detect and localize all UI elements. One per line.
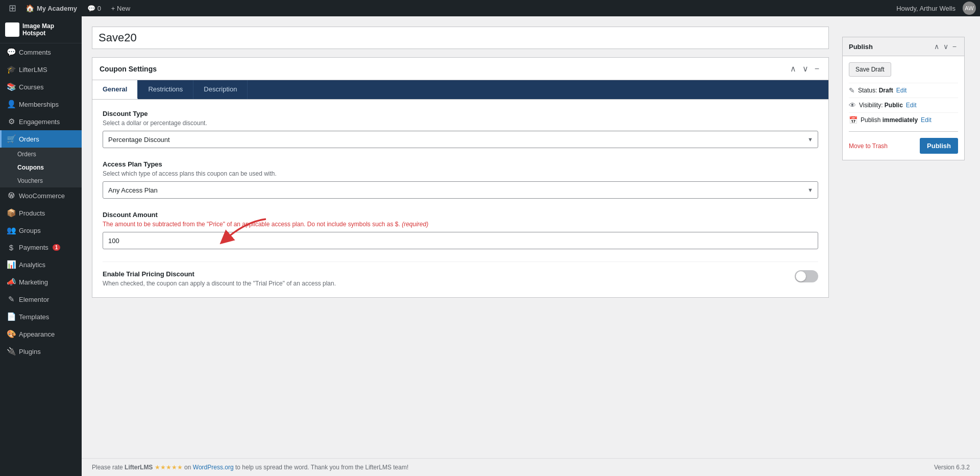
page-footer: Please rate LifterLMS ★★★★★ on WordPress… — [82, 458, 980, 476]
tab-restrictions[interactable]: Restrictions — [138, 80, 193, 99]
lifterlms-icon: 🎓 — [7, 65, 16, 74]
discount-amount-group: Discount Amount The amount to be subtrac… — [103, 211, 818, 249]
panel-collapse-down-btn[interactable]: ∨ — [800, 63, 811, 75]
publish-close-btn[interactable]: − — [951, 41, 958, 52]
sidebar-item-analytics[interactable]: 📊 Analytics — [0, 256, 82, 273]
admin-bar-comments[interactable]: 💬 0 — [82, 0, 106, 16]
content-area: Save20 Coupon Settings ∧ ∨ − — [82, 16, 980, 476]
brand-icon: ⊞ — [5, 22, 19, 37]
coupon-title: Save20 — [99, 31, 137, 44]
sidebar-submenu-orders-link[interactable]: Orders — [0, 148, 82, 161]
admin-bar-howdy: Howdy, Arthur Wells — [891, 5, 961, 12]
sidebar-item-engagements[interactable]: ⚙ Engagements — [0, 113, 82, 130]
publish-timing-row: 📅 Publish immediately Edit — [849, 112, 958, 127]
panel-close-btn[interactable]: − — [813, 63, 821, 75]
admin-bar-site[interactable]: 🏠 My Academy — [20, 0, 82, 16]
access-plan-label: Access Plan Types — [103, 160, 818, 168]
payments-icon: $ — [7, 243, 16, 252]
coupon-settings-panel: Coupon Settings ∧ ∨ − General — [92, 57, 829, 298]
footer-brand: LifterLMS — [125, 464, 153, 471]
discount-amount-input[interactable] — [103, 232, 818, 249]
content-inner: Save20 Coupon Settings ∧ ∨ − — [82, 16, 980, 458]
sidebar-item-appearance[interactable]: 🎨 Appearance — [0, 325, 82, 343]
sidebar-item-plugins[interactable]: 🔌 Plugins — [0, 343, 82, 360]
publish-timing-edit-link[interactable]: Edit — [921, 116, 932, 124]
tab-general[interactable]: General — [92, 80, 138, 99]
plugins-icon: 🔌 — [7, 347, 16, 356]
footer-wporg-link[interactable]: WordPress.org — [193, 464, 235, 471]
publish-header-controls: ∧ ∨ − — [933, 41, 958, 52]
footer-stars-icon: ★★★★★ — [155, 464, 183, 471]
publish-collapse-down-btn[interactable]: ∨ — [942, 41, 950, 52]
woocommerce-icon: Ⓦ — [7, 192, 16, 200]
discount-type-select-wrapper: Percentage Discount Dollar Discount ▼ — [103, 131, 818, 148]
status-icon: ✎ — [849, 86, 855, 94]
access-plan-types-group: Access Plan Types Select which type of a… — [103, 160, 818, 199]
access-plan-select-wrapper: Any Access Plan Recurring Access Plan On… — [103, 181, 818, 199]
publish-status-row: ✎ Status: Draft Edit — [849, 83, 958, 98]
publish-button[interactable]: Publish — [920, 138, 958, 154]
tab-description[interactable]: Description — [193, 80, 248, 99]
wp-logo-icon[interactable]: ⊞ — [4, 0, 20, 16]
coupon-title-box: Save20 — [92, 27, 829, 49]
panel-header: Coupon Settings ∧ ∨ − — [92, 58, 828, 80]
sidebar-item-memberships[interactable]: 👤 Memberships — [0, 96, 82, 113]
sidebar-item-lifterlms[interactable]: 🎓 LifterLMS — [0, 61, 82, 78]
panel-title: Coupon Settings — [100, 65, 157, 73]
calendar-icon: 📅 — [849, 116, 857, 124]
trial-pricing-label: Enable Trial Pricing Discount — [103, 270, 336, 278]
discount-type-group: Discount Type Select a dollar or percent… — [103, 110, 818, 148]
sidebar-brand: ⊞ Image Map Hotspot — [0, 16, 82, 43]
publish-collapse-up-btn[interactable]: ∧ — [933, 41, 941, 52]
sidebar-submenu-coupons-link[interactable]: Coupons — [0, 161, 82, 174]
groups-icon: 👥 — [7, 226, 16, 235]
sidebar-item-courses[interactable]: 📚 Courses — [0, 78, 82, 96]
publish-panel-header: Publish ∧ ∨ − — [843, 37, 964, 56]
sidebar-submenu-orders: Orders Coupons Vouchers — [0, 148, 82, 187]
trial-pricing-desc: When checked, the coupon can apply a dis… — [103, 280, 336, 287]
sidebar-item-marketing[interactable]: 📣 Marketing — [0, 273, 82, 291]
memberships-icon: 👤 — [7, 100, 16, 109]
sidebar-item-templates[interactable]: 📄 Templates — [0, 308, 82, 325]
trial-pricing-label-area: Enable Trial Pricing Discount When check… — [103, 270, 336, 287]
discount-type-label: Discount Type — [103, 110, 818, 117]
sidebar-item-comments[interactable]: 💬 Comments — [0, 43, 82, 61]
sidebar: ⊞ Image Map Hotspot 💬 Comments 🎓 LifterL… — [0, 16, 82, 476]
discount-amount-desc: The amount to be subtracted from the "Pr… — [103, 221, 818, 228]
trial-pricing-toggle-row: Enable Trial Pricing Discount When check… — [103, 261, 818, 287]
publish-panel-body: Save Draft ✎ Status: Draft Edit — [843, 56, 964, 160]
access-plan-desc: Select which type of access plans this c… — [103, 170, 818, 177]
avatar[interactable]: AW — [963, 2, 976, 15]
marketing-icon: 📣 — [7, 277, 16, 287]
panel-controls: ∧ ∨ − — [788, 63, 821, 75]
panel-collapse-up-btn[interactable]: ∧ — [788, 63, 798, 75]
sidebar-item-products[interactable]: 📦 Products — [0, 204, 82, 222]
sidebar-item-orders[interactable]: 🛒 Orders — [0, 130, 82, 148]
discount-type-desc: Select a dollar or percentage discount. — [103, 120, 818, 127]
publish-visibility-row: 👁 Visibility: Public Edit — [849, 98, 958, 112]
status-edit-link[interactable]: Edit — [896, 87, 907, 94]
sidebar-item-woocommerce[interactable]: Ⓦ WooCommerce — [0, 187, 82, 204]
sidebar-item-payments[interactable]: $ Payments 1 — [0, 239, 82, 256]
access-plan-select[interactable]: Any Access Plan Recurring Access Plan On… — [103, 181, 818, 199]
toggle-track — [795, 270, 818, 282]
tabs-bar: General Restrictions Description — [92, 80, 828, 100]
discount-type-select[interactable]: Percentage Discount Dollar Discount — [103, 131, 818, 148]
move-to-trash-link[interactable]: Move to Trash — [849, 142, 888, 150]
sidebar-item-elementor[interactable]: ✎ Elementor — [0, 291, 82, 308]
visibility-edit-link[interactable]: Edit — [906, 102, 917, 109]
discount-amount-input-row — [103, 232, 818, 249]
sidebar-submenu-vouchers-link[interactable]: Vouchers — [0, 174, 82, 187]
home-icon: 🏠 — [26, 4, 34, 12]
trial-pricing-toggle[interactable] — [795, 270, 818, 282]
comments-icon: 💬 — [7, 47, 16, 57]
admin-bar-new[interactable]: + New — [106, 0, 135, 16]
footer-rate-text: Please rate LifterLMS ★★★★★ on WordPress… — [92, 464, 408, 471]
sidebar-item-groups[interactable]: 👥 Groups — [0, 222, 82, 239]
save-draft-button[interactable]: Save Draft — [849, 62, 891, 77]
analytics-icon: 📊 — [7, 260, 16, 269]
elementor-icon: ✎ — [7, 295, 16, 304]
right-sidebar: Publish ∧ ∨ − Save Draft — [837, 27, 970, 171]
discount-amount-label: Discount Amount — [103, 211, 818, 219]
publish-actions: Move to Trash Publish — [849, 131, 958, 154]
